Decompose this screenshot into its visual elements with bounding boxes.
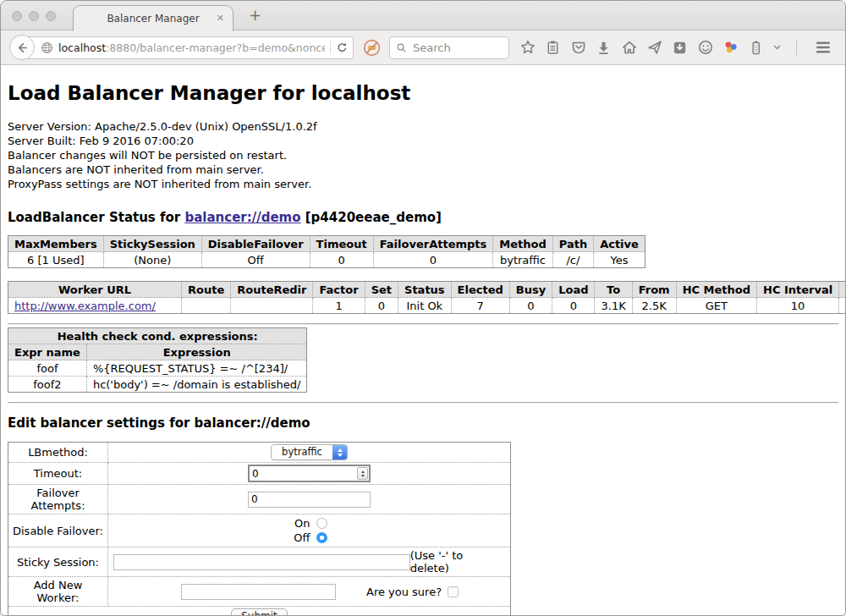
add-worker-input[interactable] [181,584,336,600]
col-header: HC Method [676,282,756,298]
cell: 2.5K [632,298,676,314]
col-header: DisableFailover [201,236,310,252]
col-header: Set [365,282,398,298]
cell [182,298,231,314]
form-row-timeout: Timeout: [8,463,511,485]
expr-name-cell: foof2 [8,377,87,393]
table-row: http://www.example.com/ 1 0 Init Ok 7 0 … [8,298,846,314]
timeout-label: Timeout: [8,463,108,485]
chevron-down-icon[interactable] [768,38,786,57]
persist-note-line: Balancer changes will NOT be persisted o… [8,148,838,162]
new-tab-button[interactable]: + [249,6,261,24]
col-header: Factor [313,282,365,298]
timeout-field-wrap [248,465,371,482]
reload-icon[interactable] [336,41,349,54]
send-icon[interactable] [645,38,663,57]
expr-cell: hc('body') =~ /domain is established/ [86,377,307,393]
col-header: Route [182,282,231,298]
col-header: Method [493,236,552,252]
cell: 0 [552,298,595,314]
balancer-demo-link[interactable]: balancer://demo [184,210,300,225]
col-header: Timeout [310,236,373,252]
page-title: Load Balancer Manager for localhost [8,82,838,104]
clipboard-icon[interactable] [544,38,562,57]
pocket-icon[interactable] [569,38,587,57]
square-download-icon[interactable] [671,38,689,57]
battery-icon[interactable] [747,38,765,57]
cell: (None) [103,252,201,268]
lbmethod-label: LBmethod: [8,443,108,463]
sticky-delete-hint: (Use '-' to delete) [410,549,507,575]
col-header: To [595,282,632,298]
cell: Off [201,252,310,268]
edit-settings-heading: Edit balancer settings for balancer://de… [8,415,838,431]
tab-balancer-manager[interactable]: Balancer Manager ✕ [73,5,233,31]
server-version-line: Server Version: Apache/2.5.0-dev (Unix) … [8,119,838,134]
worker-table: Worker URL Route RouteRedir Factor Set S… [8,281,845,314]
bookmark-star-icon[interactable] [519,38,536,57]
submit-button[interactable]: Submit [231,608,288,615]
toolbar-icons [519,38,846,57]
are-you-sure-checkbox[interactable] [448,586,459,597]
toolbar-separator [796,40,797,55]
radio-off[interactable] [316,532,327,543]
form-row-failover: Failover Attempts: [8,485,511,514]
add-worker-label: Add New Worker: [8,577,108,607]
col-header: Busy [509,282,552,298]
browser-window: Balancer Manager ✕ + localhost:8880/bala… [0,0,846,616]
zoom-window-icon[interactable] [46,11,56,21]
globe-icon [41,41,53,54]
expr-cell: %{REQUEST_STATUS} =~ /^[234]/ [86,360,307,377]
col-header: Active [594,236,645,252]
form-row-lbmethod: LBmethod: bytraffic [8,443,511,463]
cell: bytraffic [493,252,552,268]
cell: 6 [1 Used] [8,252,104,268]
cell: 10 [757,298,839,314]
menu-hamburger-icon[interactable] [814,38,832,57]
tab-close-icon[interactable]: ✕ [217,13,224,25]
search-input[interactable] [411,41,503,55]
table-row: 6 [1 Used] (None) Off 0 0 bytraffic /c/ … [8,252,645,268]
divider [8,323,838,325]
minimize-window-icon[interactable] [29,11,39,21]
content-blocked-icon[interactable] [362,38,382,58]
col-header: Passes [839,282,845,298]
radio-on-label: On [292,516,310,531]
back-button[interactable] [9,35,35,60]
cell: 1 (0) [839,298,845,314]
col-header: Status [398,282,452,298]
number-spinner-icon[interactable] [357,467,368,480]
sticky-session-input[interactable] [113,554,410,570]
select-stepper-icon [332,445,347,459]
url-bar[interactable]: localhost:8880/balancer-manager?b=demo&n… [22,36,354,59]
timeout-input[interactable] [250,468,357,480]
worker-url-link[interactable]: http://www.example.com/ [14,300,156,312]
col-header: From [632,282,676,298]
table-row: foof %{REQUEST_STATUS} =~ /^[234]/ [8,360,307,377]
proxypass-note-line: ProxyPass settings are NOT inherited fro… [8,177,838,191]
radio-on[interactable] [316,518,327,529]
col-header: HC Interval [757,282,839,298]
col-header: Path [552,236,593,252]
form-row-sticky: Sticky Session: (Use '-' to delete) [8,547,511,577]
table-header-row: Worker URL Route RouteRedir Factor Set S… [8,282,846,298]
col-header: RouteRedir [231,282,313,298]
cell: 3.1K [595,298,632,314]
health-check-table: Health check cond. expressions: Expr nam… [8,327,307,393]
lbmethod-select[interactable]: bytraffic [271,444,348,460]
search-icon [396,42,407,53]
home-icon[interactable] [620,38,638,57]
col-header: Worker URL [8,282,182,298]
close-window-icon[interactable] [12,11,22,21]
server-info: Server Version: Apache/2.5.0-dev (Unix) … [8,119,838,191]
failover-attempts-label: Failover Attempts: [8,485,108,514]
worker-url-cell: http://www.example.com/ [8,298,182,314]
downloads-icon[interactable] [595,38,613,57]
cell: /c/ [552,252,593,268]
search-bar[interactable] [389,36,509,59]
server-built-line: Server Built: Feb 9 2016 07:00:20 [8,134,838,148]
cell: 0 [365,298,398,314]
palette-dots-icon[interactable] [722,38,739,57]
smiley-icon[interactable] [696,38,714,57]
failover-attempts-input[interactable] [248,492,371,508]
